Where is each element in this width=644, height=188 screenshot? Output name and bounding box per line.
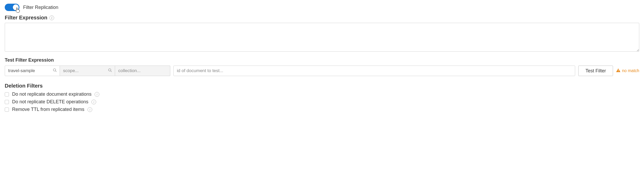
checkbox-remove-ttl[interactable] [5, 108, 9, 112]
filter-expression-heading: Filter Expression [5, 15, 47, 21]
test-filter-button[interactable]: Test Filter [578, 66, 613, 76]
info-icon[interactable]: i [95, 92, 99, 97]
test-filter-expression-heading: Test Filter Expression [5, 57, 639, 63]
info-icon[interactable]: i [49, 15, 54, 20]
collection-input[interactable] [115, 66, 170, 76]
deletion-filters-heading: Deletion Filters [5, 83, 639, 89]
search-icon [108, 68, 112, 73]
checkbox-label: Remove TTL from replicated items [12, 107, 84, 112]
svg-point-0 [53, 69, 56, 71]
scope-input[interactable] [60, 66, 115, 76]
warning-text: no match [622, 68, 639, 73]
svg-line-3 [111, 71, 112, 72]
toggle-knob [13, 4, 19, 10]
svg-point-2 [109, 69, 111, 71]
keyspace-input-group [5, 66, 170, 76]
document-id-input[interactable] [173, 66, 575, 76]
bucket-input[interactable] [5, 66, 60, 76]
checkbox-no-delete-ops[interactable] [5, 100, 9, 104]
no-match-warning: no match [616, 66, 639, 76]
checkbox-no-expirations[interactable] [5, 92, 9, 96]
info-icon[interactable]: i [87, 107, 92, 112]
checkbox-label: Do not replicate document expirations [12, 92, 91, 97]
checkbox-label: Do not replicate DELETE operations [12, 99, 88, 105]
filter-replication-toggle[interactable] [5, 4, 19, 11]
svg-rect-5 [618, 71, 619, 72]
search-icon [53, 68, 57, 73]
svg-rect-4 [618, 69, 619, 71]
filter-replication-label: Filter Replication [23, 5, 58, 10]
warning-icon [616, 68, 620, 73]
info-icon[interactable]: i [91, 100, 96, 104]
svg-line-1 [55, 71, 56, 72]
filter-expression-input[interactable] [5, 23, 639, 52]
